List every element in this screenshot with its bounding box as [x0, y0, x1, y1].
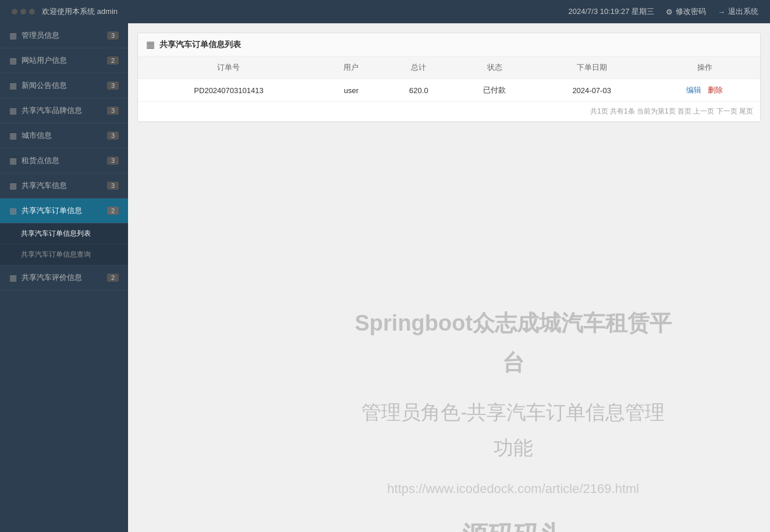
table-icon: ▦ — [146, 39, 155, 50]
sidebar-item-car-order[interactable]: ▦ 共享汽车订单信息 2 — [0, 198, 128, 224]
col-total: 总计 — [383, 56, 455, 79]
grid-icon6: ▦ — [9, 156, 17, 165]
pagination-text: 共1页 共有1条 当前为第1页 首页 上一页 下一页 尾页 — [138, 102, 760, 122]
table-header-row: 订单号 用户 总计 状态 下单日期 操作 — [138, 56, 760, 79]
pagination-row: 共1页 共有1条 当前为第1页 首页 上一页 下一页 尾页 — [138, 102, 760, 122]
cell-order-no: PD20240703101413 — [138, 79, 320, 102]
cell-total: 620.0 — [383, 79, 455, 102]
header-right: 2024/7/3 10:19:27 星期三 ⚙ 修改密码 → 退出系统 — [569, 6, 758, 17]
delete-button[interactable]: 删除 — [708, 86, 723, 94]
watermark-line3: https://www.icodedock.com/article/2169.h… — [353, 477, 674, 501]
cell-date: 2024-07-03 — [534, 79, 649, 102]
sidebar-item-car-brand[interactable]: ▦ 共享汽车品牌信息 3 — [0, 98, 128, 123]
table-title: 共享汽车订单信息列表 — [159, 40, 241, 50]
grid-icon4: ▦ — [9, 106, 17, 115]
sidebar-item-news[interactable]: ▦ 新闻公告信息 3 — [0, 73, 128, 98]
watermark-line1: Springboot众志成城汽车租赁平台 — [353, 303, 674, 383]
logout-button[interactable]: → 退出系统 — [718, 6, 758, 17]
grid-icon7: ▦ — [9, 181, 17, 190]
order-table-card: ▦ 共享汽车订单信息列表 订单号 用户 总计 状态 下单日期 操作 — [137, 33, 761, 122]
submenu-item-order-query[interactable]: 共享汽车订单信息查询 — [0, 244, 128, 265]
logout-icon: → — [718, 8, 725, 16]
main-content: ▦ 共享汽车订单信息列表 订单号 用户 总计 状态 下单日期 操作 — [128, 23, 770, 532]
col-user: 用户 — [320, 56, 383, 79]
grid-icon3: ▦ — [9, 81, 17, 90]
table-row: PD20240703101413 user 620.0 已付款 2024-07-… — [138, 79, 760, 102]
sidebar-item-city[interactable]: ▦ 城市信息 3 — [0, 123, 128, 148]
sidebar-item-car-info[interactable]: ▦ 共享汽车信息 3 — [0, 173, 128, 198]
submenu-item-order-list[interactable]: 共享汽车订单信息列表 — [0, 224, 128, 244]
sidebar-item-rental-point[interactable]: ▦ 租货点信息 3 — [0, 148, 128, 173]
order-submenu: 共享汽车订单信息列表 共享汽车订单信息查询 — [0, 224, 128, 265]
watermark: Springboot众志成城汽车租赁平台 管理员角色-共享汽车订单信息管理功能 … — [353, 303, 674, 532]
grid-icon9: ▦ — [9, 273, 17, 282]
col-action: 操作 — [649, 56, 760, 79]
order-table: 订单号 用户 总计 状态 下单日期 操作 PD20240703101413 us… — [138, 56, 760, 122]
sidebar-item-admin-info[interactable]: ▦ 管理员信息 3 — [0, 23, 128, 48]
header: 欢迎使用本系统 admin 2024/7/3 10:19:27 星期三 ⚙ 修改… — [0, 0, 770, 23]
dot2 — [20, 9, 26, 15]
watermark-line2: 管理员角色-共享汽车订单信息管理功能 — [353, 395, 674, 466]
grid-icon5: ▦ — [9, 131, 17, 140]
cell-status: 已付款 — [455, 79, 534, 102]
dot1 — [12, 9, 17, 15]
dot3 — [29, 9, 35, 15]
cell-user: user — [320, 79, 383, 102]
window-controls — [12, 9, 35, 15]
datetime: 2024/7/3 10:19:27 星期三 — [569, 6, 654, 17]
header-left: 欢迎使用本系统 admin — [12, 6, 118, 17]
col-order-no: 订单号 — [138, 56, 320, 79]
grid-icon: ▦ — [9, 31, 17, 40]
col-date: 下单日期 — [534, 56, 649, 79]
table-card-header: ▦ 共享汽车订单信息列表 — [138, 33, 760, 56]
gear-icon: ⚙ — [666, 8, 673, 16]
sidebar-item-car-review[interactable]: ▦ 共享汽车评价信息 2 — [0, 265, 128, 290]
change-password-button[interactable]: ⚙ 修改密码 — [666, 6, 706, 17]
cell-actions: 编辑 删除 — [649, 79, 760, 102]
sidebar-item-website-users[interactable]: ▦ 网站用户信息 2 — [0, 48, 128, 73]
watermark-line4: 源码码头 — [353, 512, 674, 532]
grid-icon2: ▦ — [9, 56, 17, 65]
col-status: 状态 — [455, 56, 534, 79]
layout: ▦ 管理员信息 3 ▦ 网站用户信息 2 ▦ 新闻公告信息 3 ▦ 共享汽车品牌… — [0, 23, 770, 532]
edit-button[interactable]: 编辑 — [686, 86, 701, 94]
sidebar: ▦ 管理员信息 3 ▦ 网站用户信息 2 ▦ 新闻公告信息 3 ▦ 共享汽车品牌… — [0, 23, 128, 532]
grid-icon8: ▦ — [9, 206, 17, 215]
welcome-text: 欢迎使用本系统 admin — [42, 6, 118, 17]
